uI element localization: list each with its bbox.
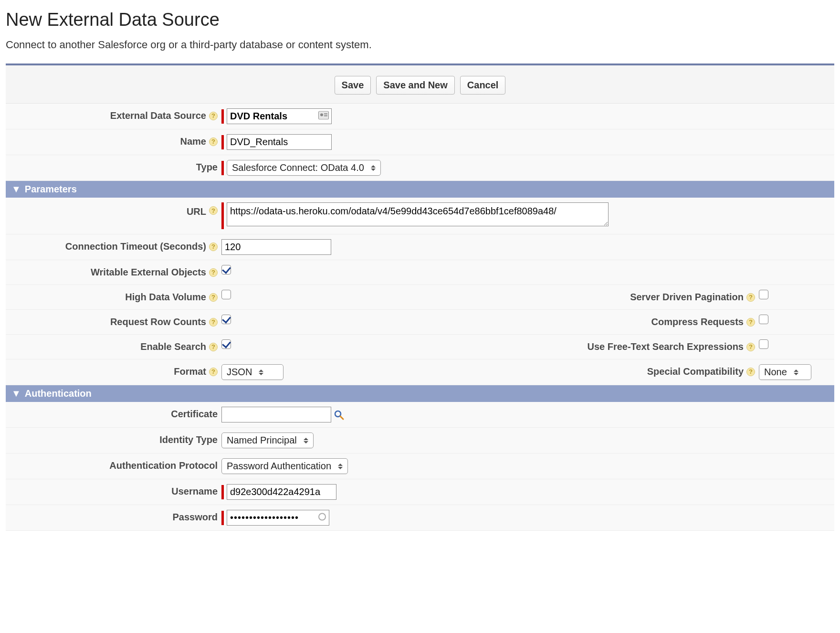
select-caret-icon (338, 464, 343, 469)
type-select[interactable]: Salesforce Connect: OData 4.0 (227, 160, 381, 176)
form-panel: Save Save and New Cancel External Data S… (6, 63, 834, 531)
help-icon[interactable]: ? (209, 318, 218, 327)
password-label: Password (173, 512, 218, 523)
help-icon[interactable]: ? (209, 368, 218, 376)
select-caret-icon (371, 165, 376, 171)
cancel-button[interactable]: Cancel (460, 76, 506, 95)
type-label: Type (196, 162, 218, 173)
authentication-section-title: Authentication (25, 388, 92, 399)
collapse-triangle-icon: ▼ (11, 388, 21, 399)
help-icon[interactable]: ? (209, 206, 218, 215)
server-driven-pagination-checkbox[interactable] (759, 290, 768, 299)
select-caret-icon (304, 438, 308, 443)
page-title: New External Data Source (6, 10, 834, 30)
url-label: URL (187, 206, 206, 217)
external-data-source-label: External Data Source (110, 110, 206, 121)
page-description: Connect to another Salesforce org or a t… (6, 39, 834, 51)
connection-timeout-label: Connection Timeout (Seconds) (65, 241, 206, 252)
writable-external-objects-checkbox[interactable] (221, 265, 231, 274)
special-compatibility-select-value: None (764, 367, 787, 378)
name-input[interactable] (227, 134, 332, 150)
help-icon[interactable]: ? (746, 318, 755, 327)
username-input[interactable] (227, 484, 336, 500)
help-icon[interactable]: ? (209, 293, 218, 302)
help-icon[interactable]: ? (746, 368, 755, 376)
special-compatibility-select[interactable]: None (759, 364, 811, 380)
enable-search-checkbox[interactable] (221, 339, 231, 349)
compress-requests-label: Compress Requests (651, 316, 744, 327)
free-text-search-label: Use Free-Text Search Expressions (587, 341, 744, 352)
auth-protocol-select[interactable]: Password Authentication (221, 458, 348, 474)
help-icon[interactable]: ? (746, 343, 755, 351)
password-input[interactable] (227, 510, 329, 526)
connection-timeout-input[interactable] (221, 239, 331, 255)
help-icon[interactable]: ? (746, 293, 755, 302)
username-label: Username (171, 486, 218, 497)
identity-type-select-value: Named Principal (227, 435, 297, 446)
server-driven-pagination-label: Server Driven Pagination (630, 292, 744, 303)
type-select-value: Salesforce Connect: OData 4.0 (232, 162, 364, 173)
help-icon[interactable]: ? (209, 137, 218, 146)
format-select-value: JSON (227, 367, 252, 378)
contact-card-icon[interactable] (318, 111, 329, 122)
high-data-volume-label: High Data Volume (125, 292, 206, 303)
name-label: Name (180, 136, 206, 147)
identity-type-label: Identity Type (159, 434, 218, 445)
svg-rect-3 (324, 115, 327, 116)
auth-protocol-label: Authentication Protocol (109, 460, 218, 471)
circle-icon (318, 512, 326, 523)
url-input[interactable]: https://odata-us.heroku.com/odata/v4/5e9… (227, 202, 609, 226)
request-row-counts-checkbox[interactable] (221, 315, 231, 324)
format-label: Format (174, 366, 206, 377)
certificate-input[interactable] (221, 407, 331, 422)
help-icon[interactable]: ? (209, 243, 218, 251)
parameters-section-title: Parameters (25, 184, 77, 195)
free-text-search-checkbox[interactable] (759, 339, 768, 349)
svg-point-1 (320, 113, 323, 116)
high-data-volume-checkbox[interactable] (221, 290, 231, 299)
identity-type-select[interactable]: Named Principal (221, 433, 314, 448)
help-icon[interactable]: ? (209, 268, 218, 277)
certificate-label: Certificate (171, 409, 218, 420)
required-bar (221, 511, 224, 525)
parameters-section-header[interactable]: ▼ Parameters (6, 181, 834, 198)
required-bar (221, 135, 224, 149)
svg-point-6 (319, 513, 326, 520)
required-bar (221, 109, 224, 124)
help-icon[interactable]: ? (209, 112, 218, 120)
compress-requests-checkbox[interactable] (759, 315, 768, 324)
request-row-counts-label: Request Row Counts (110, 316, 206, 327)
help-icon[interactable]: ? (209, 343, 218, 351)
button-bar: Save Save and New Cancel (6, 65, 834, 104)
writable-external-objects-label: Writable External Objects (91, 267, 206, 278)
required-bar (221, 202, 224, 229)
external-data-source-input[interactable] (227, 108, 332, 124)
special-compatibility-label: Special Compatibility (647, 366, 744, 377)
enable-search-label: Enable Search (140, 341, 206, 352)
required-bar (221, 485, 224, 499)
save-button[interactable]: Save (335, 76, 371, 95)
auth-protocol-select-value: Password Authentication (227, 461, 331, 472)
authentication-section-header[interactable]: ▼ Authentication (6, 385, 834, 402)
select-caret-icon (794, 369, 798, 375)
svg-line-5 (340, 416, 343, 419)
svg-rect-2 (324, 113, 327, 114)
lookup-icon[interactable] (333, 409, 345, 421)
collapse-triangle-icon: ▼ (11, 184, 21, 195)
required-bar (221, 161, 224, 175)
select-caret-icon (259, 369, 263, 375)
format-select[interactable]: JSON (221, 364, 284, 380)
save-and-new-button[interactable]: Save and New (376, 76, 455, 95)
